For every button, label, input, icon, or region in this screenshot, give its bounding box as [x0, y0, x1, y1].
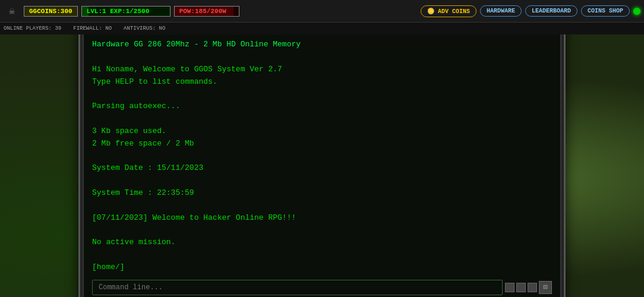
terminal-line [92, 224, 552, 236]
pow-bar: POW:185/200W [174, 6, 239, 17]
terminal-line [92, 200, 552, 212]
firewall-stat: FIREWALL: NO [73, 26, 112, 31]
status-dot [633, 8, 640, 15]
online-players-stat: ONLINE PLAYERS: 39 [4, 26, 61, 31]
terminal-line [92, 89, 552, 101]
nav-buttons: ADV COINS HARDWARE LEADERBOARD COINS SHO… [421, 5, 640, 17]
exp-label: LVL:1 EXP:1/2500 [87, 8, 150, 15]
antivirus-stat: ANTIVIRUS: NO [124, 26, 165, 31]
terminal-line: Type HELP to list commands. [92, 76, 552, 89]
terminal-line: No active mission. [92, 236, 552, 249]
terminal-line: 2 Mb free space / 2 Mb [92, 138, 552, 150]
terminal-line: [home/] [92, 261, 552, 274]
exp-bar: LVL:1 EXP:1/2500 [81, 6, 171, 17]
ggcoins-display: GGCOINS:300 [24, 6, 78, 17]
coins-shop-button[interactable]: COINS SHOP [581, 5, 630, 17]
terminal-line: Hi Noname, Welcome to GGOS System Ver 2.… [92, 64, 552, 76]
terminal-output: Hardware GG 286 20Mhz - 2 Mb HD Online M… [92, 39, 552, 273]
terminal-frame: Hardware GG 286 20Mhz - 2 Mb HD Online M… [78, 26, 566, 297]
main-area: Hardware GG 286 20Mhz - 2 Mb HD Online M… [0, 34, 644, 297]
terminal-screen: Hardware GG 286 20Mhz - 2 Mb HD Online M… [83, 30, 561, 297]
pow-label: POW:185/200W [179, 8, 226, 15]
terminal-line: System Date : 15/11/2023 [92, 162, 552, 175]
ggcoins-bar: GGCOINS:300 [24, 4, 78, 18]
terminal-line [92, 249, 552, 261]
terminal-line: Hardware GG 286 20Mhz - 2 Mb HD Online M… [92, 39, 552, 51]
adv-coins-button[interactable]: ADV COINS [421, 5, 476, 17]
cmd-btn-1[interactable] [505, 283, 514, 292]
terminal-line: 3 Kb space used. [92, 125, 552, 138]
terminal-line: Parsing autoexec... [92, 100, 552, 113]
terminal-line [92, 113, 552, 125]
terminal-line [92, 51, 552, 64]
sub-navbar: ONLINE PLAYERS: 39 FIREWALL: NO ANTIVIRU… [0, 23, 644, 34]
command-input[interactable] [92, 280, 503, 295]
cmd-maximize-button[interactable]: ⊡ [539, 281, 552, 294]
terminal-line: System Time : 22:35:59 [92, 187, 552, 200]
command-bar: ⊡ [92, 280, 552, 295]
leaderboard-button[interactable]: LEADERBOARD [525, 5, 577, 17]
terminal-line [92, 175, 552, 187]
terminal-line: [07/11/2023] Welcome to Hacker Online RP… [92, 212, 552, 225]
cmd-buttons: ⊡ [505, 281, 552, 294]
navbar: ☠ GGCOINS:300 LVL:1 EXP:1/2500 POW:185/2… [0, 0, 644, 23]
terminal-line [92, 150, 552, 163]
cmd-btn-3[interactable] [528, 283, 537, 292]
cmd-btn-2[interactable] [516, 283, 526, 292]
hardware-button[interactable]: HARDWARE [480, 5, 522, 17]
logo-icon: ☠ [4, 3, 20, 20]
